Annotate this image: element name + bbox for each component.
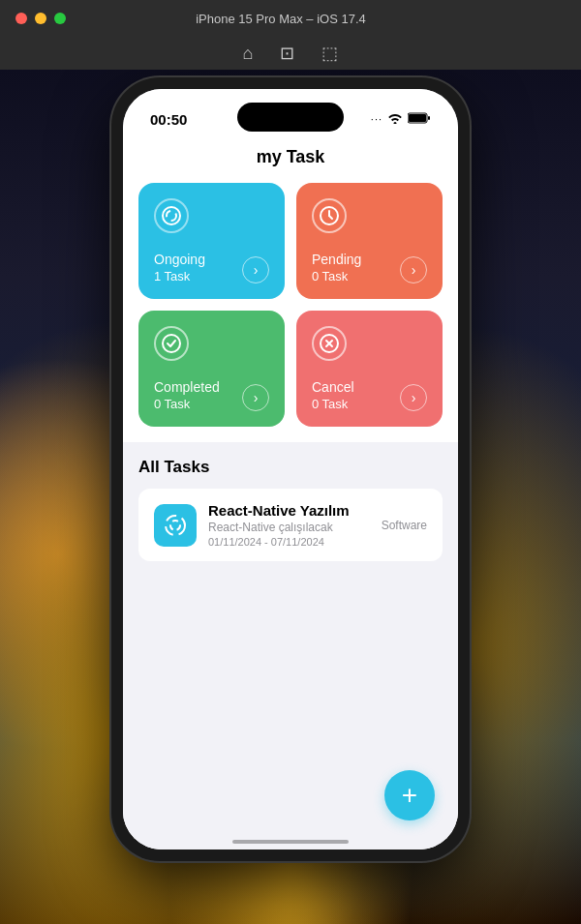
ongoing-count: 1 Task xyxy=(154,269,205,283)
pending-label: Pending xyxy=(312,252,361,267)
svg-line-7 xyxy=(329,216,332,219)
minimize-button[interactable] xyxy=(35,13,46,24)
svg-rect-1 xyxy=(409,114,426,122)
close-button[interactable] xyxy=(15,13,27,24)
cancel-label: Cancel xyxy=(312,379,354,395)
add-task-button[interactable]: + xyxy=(384,770,435,820)
task-info: React-Native Yazılım React-Native çalışı… xyxy=(208,502,370,548)
titlebar: iPhone 15 Pro Max – iOS 17.4 ⌂ ⊡ ⬚ xyxy=(0,0,581,70)
task-description: React-Native çalışılacak xyxy=(208,521,370,534)
ongoing-label: Ongoing xyxy=(154,252,205,267)
phone-screen: 00:50 ··· my Task xyxy=(123,89,458,849)
status-time: 00:50 xyxy=(150,111,187,128)
completed-card[interactable]: Completed 0 Task › xyxy=(138,311,285,427)
window-title: iPhone 15 Pro Max – iOS 17.4 xyxy=(74,12,488,26)
ongoing-arrow[interactable]: › xyxy=(242,256,269,283)
svg-point-8 xyxy=(163,335,180,352)
task-cards-grid: Ongoing 1 Task › xyxy=(123,183,458,442)
home-indicator xyxy=(232,840,349,844)
completed-icon xyxy=(154,326,189,361)
svg-point-13 xyxy=(170,521,180,530)
completed-label: Completed xyxy=(154,379,220,395)
cancel-icon xyxy=(312,326,347,361)
cancel-arrow[interactable]: › xyxy=(400,384,427,411)
svg-point-3 xyxy=(163,207,180,224)
cancel-card[interactable]: Cancel 0 Task › xyxy=(296,311,443,427)
svg-point-4 xyxy=(167,211,176,221)
pending-icon xyxy=(312,198,347,233)
completed-arrow[interactable]: › xyxy=(242,384,269,411)
dynamic-island xyxy=(237,103,344,132)
phone-frame: 00:50 ··· my Task xyxy=(111,77,470,861)
completed-count: 0 Task xyxy=(154,397,220,411)
share-icon[interactable]: ⬚ xyxy=(321,43,338,64)
pending-arrow[interactable]: › xyxy=(400,256,427,283)
home-icon[interactable]: ⌂ xyxy=(243,44,254,64)
battery-icon xyxy=(408,112,431,127)
task-dates: 01/11/2024 - 07/11/2024 xyxy=(208,536,370,548)
maximize-button[interactable] xyxy=(54,13,66,24)
task-category: Software xyxy=(382,519,427,532)
task-icon-box xyxy=(154,504,197,547)
task-name: React-Native Yazılım xyxy=(208,502,370,519)
app-screen: my Task Ongoing 1 Task xyxy=(123,135,458,849)
camera-icon[interactable]: ⊡ xyxy=(280,43,294,64)
svg-rect-2 xyxy=(428,116,430,120)
ongoing-icon xyxy=(154,198,189,233)
app-header: my Task xyxy=(123,135,458,183)
task-item[interactable]: React-Native Yazılım React-Native çalışı… xyxy=(138,489,443,561)
wifi-icon xyxy=(387,112,403,127)
pending-count: 0 Task xyxy=(312,269,361,283)
pending-card[interactable]: Pending 0 Task › xyxy=(296,183,443,299)
status-bar: 00:50 ··· xyxy=(123,89,458,135)
svg-point-12 xyxy=(166,516,185,535)
signal-icon: ··· xyxy=(371,113,382,125)
ongoing-card[interactable]: Ongoing 1 Task › xyxy=(138,183,285,299)
status-icons: ··· xyxy=(371,112,431,127)
all-tasks-header: All Tasks xyxy=(138,458,443,477)
plus-icon: + xyxy=(402,780,417,811)
cancel-count: 0 Task xyxy=(312,397,354,411)
app-title: my Task xyxy=(257,147,325,166)
